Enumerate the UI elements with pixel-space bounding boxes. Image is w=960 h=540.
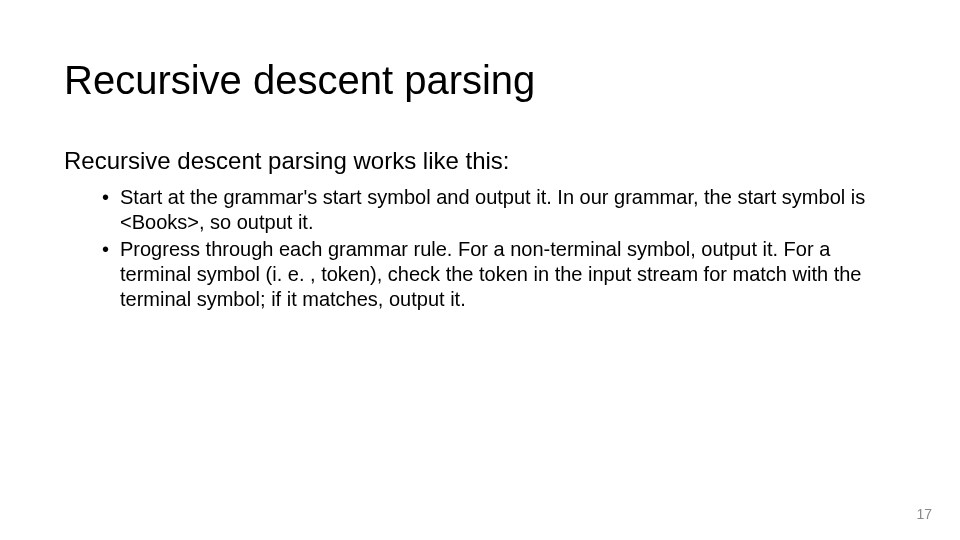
list-item: Progress through each grammar rule. For … — [120, 237, 896, 312]
list-item: Start at the grammar's start symbol and … — [120, 185, 896, 235]
slide-title: Recursive descent parsing — [64, 58, 896, 103]
intro-text: Recursive descent parsing works like thi… — [64, 147, 896, 175]
slide: Recursive descent parsing Recursive desc… — [0, 0, 960, 540]
page-number: 17 — [916, 506, 932, 522]
bullet-list: Start at the grammar's start symbol and … — [64, 185, 896, 312]
